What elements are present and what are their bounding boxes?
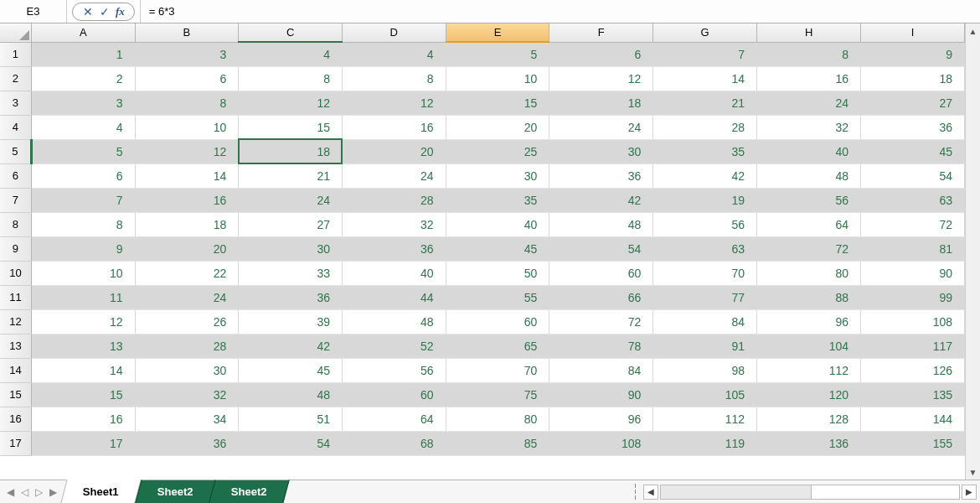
cell-c1[interactable]: 4 <box>239 42 343 66</box>
cell-a6[interactable]: 6 <box>31 163 135 188</box>
cell-e6[interactable]: 30 <box>446 163 549 188</box>
row-header-7[interactable]: 7 <box>0 188 31 212</box>
scroll-right-icon[interactable]: ▶ <box>962 485 977 500</box>
cell-b13[interactable]: 28 <box>135 334 239 358</box>
cell-b14[interactable]: 30 <box>135 358 239 382</box>
cell-b5[interactable]: 12 <box>135 139 239 163</box>
cell-b16[interactable]: 34 <box>135 407 239 431</box>
cell-a4[interactable]: 4 <box>31 115 135 139</box>
cell-a13[interactable]: 13 <box>31 334 135 358</box>
cell-e14[interactable]: 70 <box>446 358 549 382</box>
cell-c12[interactable]: 39 <box>239 309 343 334</box>
cell-c16[interactable]: 51 <box>239 407 343 431</box>
cell-a9[interactable]: 9 <box>31 236 135 261</box>
nav-first-icon[interactable]: ◀ <box>7 486 14 498</box>
cell-g10[interactable]: 70 <box>653 261 757 285</box>
cell-f1[interactable]: 6 <box>549 42 653 66</box>
cell-g14[interactable]: 98 <box>653 358 757 382</box>
cell-b8[interactable]: 18 <box>135 212 239 236</box>
cell-c14[interactable]: 45 <box>239 358 343 382</box>
cell-a16[interactable]: 16 <box>31 407 135 431</box>
cell-c17[interactable]: 54 <box>239 431 343 455</box>
cell-e4[interactable]: 20 <box>446 115 549 139</box>
cell-i14[interactable]: 126 <box>861 358 965 382</box>
cell-h4[interactable]: 32 <box>757 115 861 139</box>
cell-e9[interactable]: 45 <box>446 236 549 261</box>
nav-prev-icon[interactable]: ◁ <box>21 486 28 498</box>
cell-d2[interactable]: 8 <box>342 66 446 91</box>
cell-d1[interactable]: 4 <box>342 42 446 66</box>
cell-c11[interactable]: 36 <box>239 285 343 309</box>
cell-f15[interactable]: 90 <box>549 382 653 407</box>
cell-reference-box[interactable]: E3 <box>0 0 67 23</box>
formula-input[interactable]: = 6*3 <box>140 0 980 23</box>
cell-i7[interactable]: 63 <box>861 188 965 212</box>
cell-e12[interactable]: 60 <box>446 309 549 334</box>
row-header-2[interactable]: 2 <box>0 66 31 91</box>
cell-f4[interactable]: 24 <box>549 115 653 139</box>
row-header-15[interactable]: 15 <box>0 382 31 407</box>
cell-d8[interactable]: 32 <box>342 212 446 236</box>
nav-next-icon[interactable]: ▷ <box>35 486 43 498</box>
accept-icon[interactable]: ✓ <box>96 6 113 18</box>
cell-a11[interactable]: 11 <box>31 285 135 309</box>
cell-c9[interactable]: 30 <box>239 236 343 261</box>
cell-c6[interactable]: 21 <box>239 163 343 188</box>
cell-g3[interactable]: 21 <box>653 91 757 115</box>
cell-d3[interactable]: 12 <box>342 91 446 115</box>
cell-f3[interactable]: 18 <box>549 91 653 115</box>
nav-last-icon[interactable]: ▶ <box>49 486 57 498</box>
cell-c13[interactable]: 42 <box>239 334 343 358</box>
sheet-tab-2[interactable]: Sheet2 <box>209 480 290 503</box>
col-header-d[interactable]: D <box>342 23 446 42</box>
cell-i17[interactable]: 155 <box>861 431 965 455</box>
cell-c8[interactable]: 27 <box>239 212 343 236</box>
cell-a7[interactable]: 7 <box>31 188 135 212</box>
cell-h15[interactable]: 120 <box>757 382 861 407</box>
cell-e8[interactable]: 40 <box>446 212 549 236</box>
cell-b10[interactable]: 22 <box>135 261 239 285</box>
cell-a8[interactable]: 8 <box>31 212 135 236</box>
cell-h3[interactable]: 24 <box>757 91 861 115</box>
cell-h6[interactable]: 48 <box>757 163 861 188</box>
hscroll-thumb[interactable] <box>661 485 812 499</box>
cell-b17[interactable]: 36 <box>135 431 239 455</box>
row-header-3[interactable]: 3 <box>0 91 31 115</box>
cell-h7[interactable]: 56 <box>757 188 861 212</box>
cell-h5[interactable]: 40 <box>757 139 861 163</box>
cell-g5[interactable]: 35 <box>653 139 757 163</box>
cell-g7[interactable]: 19 <box>653 188 757 212</box>
cell-d6[interactable]: 24 <box>342 163 446 188</box>
cell-h13[interactable]: 104 <box>757 334 861 358</box>
cell-f14[interactable]: 84 <box>549 358 653 382</box>
cell-g1[interactable]: 7 <box>653 42 757 66</box>
cell-f5[interactable]: 30 <box>549 139 653 163</box>
cell-i6[interactable]: 54 <box>861 163 965 188</box>
row-header-8[interactable]: 8 <box>0 212 31 236</box>
cell-c3[interactable]: 12 <box>239 91 343 115</box>
cell-i16[interactable]: 144 <box>861 407 965 431</box>
cell-e15[interactable]: 75 <box>446 382 549 407</box>
col-header-f[interactable]: F <box>549 23 653 42</box>
cell-f11[interactable]: 66 <box>549 285 653 309</box>
cell-a14[interactable]: 14 <box>31 358 135 382</box>
cell-i11[interactable]: 99 <box>861 285 965 309</box>
col-header-a[interactable]: A <box>31 23 135 42</box>
cell-b4[interactable]: 10 <box>135 115 239 139</box>
cell-g11[interactable]: 77 <box>653 285 757 309</box>
cell-e3[interactable]: 15 <box>446 91 549 115</box>
col-header-b[interactable]: B <box>135 23 239 42</box>
cell-c15[interactable]: 48 <box>239 382 343 407</box>
vertical-scrollbar[interactable]: ▲ ▼ <box>965 23 980 480</box>
cell-h11[interactable]: 88 <box>757 285 861 309</box>
cell-i10[interactable]: 90 <box>861 261 965 285</box>
cell-h16[interactable]: 128 <box>757 407 861 431</box>
cell-a10[interactable]: 10 <box>31 261 135 285</box>
row-header-5[interactable]: 5 <box>0 139 31 163</box>
cell-c10[interactable]: 33 <box>239 261 343 285</box>
col-header-h[interactable]: H <box>757 23 861 42</box>
cell-i2[interactable]: 18 <box>861 66 965 91</box>
cell-h17[interactable]: 136 <box>757 431 861 455</box>
cell-c4[interactable]: 15 <box>239 115 343 139</box>
cell-h10[interactable]: 80 <box>757 261 861 285</box>
